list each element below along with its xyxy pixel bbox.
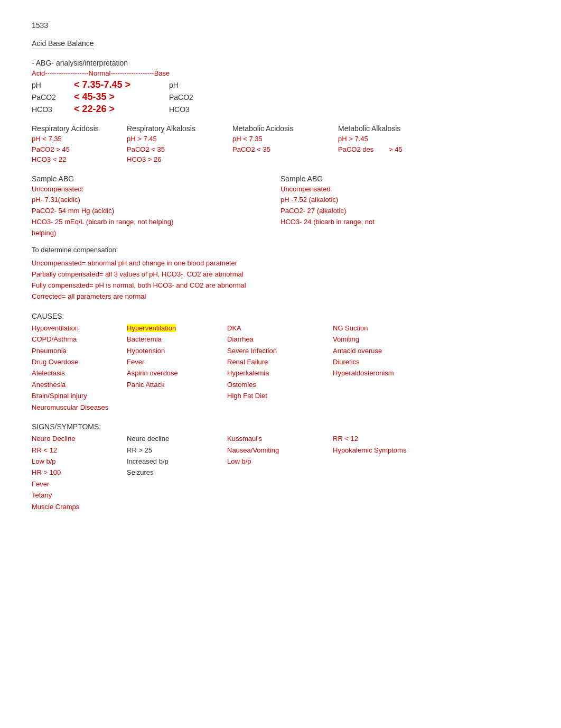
sample-abg-left-subtitle: Uncompensated:: [32, 184, 270, 195]
signs-col-4: RR < 12 Hypokalemic Symptoms: [333, 433, 449, 512]
cause-brain-spinal: Brain/Spinal injury: [32, 390, 127, 401]
causes-title: CAUSES:: [32, 312, 529, 320]
compensation-line3: Fully compensated= pH is normal, both HC…: [32, 280, 529, 291]
resp-acid-line2: PaCO2 > 45: [32, 144, 121, 155]
cause-hyperventilation: Hyperventilation: [127, 322, 227, 334]
compensation-line4: Corrected= all parameters are normal: [32, 291, 529, 302]
cause-drug-overdose: Drug Overdose: [32, 356, 127, 367]
met-alk-line1: pH > 7.45: [338, 134, 449, 144]
cause-hypoventilation: Hypoventilation: [32, 322, 127, 334]
hco3-normal: < 22-26 >: [74, 104, 169, 115]
sign-rr12-1: RR < 12: [32, 445, 127, 456]
metabolic-acidosis-col: Metabolic Acidosis pH < 7.35 PaCO2 < 35: [232, 124, 338, 165]
sample-abg-left-ph: pH- 7.31(acidic): [32, 195, 270, 206]
cause-ostomies: Ostomies: [227, 379, 333, 390]
ph-base: pH: [169, 81, 179, 89]
paco2-label: PaCO2: [32, 93, 74, 102]
ph-row: pH < 7.35-7.45 > pH: [32, 79, 529, 90]
cause-renal-failure: Renal Failure: [227, 356, 333, 367]
resp-alk-title: Respiratory Alkalosis: [127, 124, 227, 133]
sign-neuro-decline-2: Neuro decline: [127, 433, 227, 444]
met-alk-title: Metabolic Alkalosis: [338, 124, 449, 133]
cause-antacid: Antacid overuse: [333, 345, 449, 356]
ph-normal: < 7.35-7.45 >: [74, 79, 169, 90]
resp-acid-line3: HCO3 < 22: [32, 154, 121, 165]
paco2-row: PaCO2 < 45-35 > PaCO2: [32, 91, 529, 103]
sign-muscle-cramps: Muscle Cramps: [32, 501, 127, 512]
sample-abg-left-title: Sample ABG: [32, 174, 270, 183]
cause-high-fat-diet: High Fat Diet: [227, 390, 333, 401]
signs-grid: Neuro Decline RR < 12 Low b/p HR > 100 F…: [32, 433, 529, 512]
sign-hypokalemic: Hypokalemic Symptoms: [333, 445, 449, 456]
sample-abg-right: Sample ABG Uncompensated pH -7.52 (alkal…: [280, 174, 529, 239]
cause-ng-suction: NG Suction: [333, 322, 449, 334]
metabolic-alkalosis-col: Metabolic Alkalosis pH > 7.45 PaCO2 des …: [338, 124, 454, 165]
ph-label: pH: [32, 81, 74, 89]
cause-bacteremia: Bacteremia: [127, 334, 227, 345]
sign-rr25: RR > 25: [127, 445, 227, 456]
acid-base-types: Respiratory Acidosis pH < 7.35 PaCO2 > 4…: [32, 124, 529, 165]
page-number: 1533: [32, 21, 529, 30]
causes-section: CAUSES: Hypoventilation COPD/Asthma Pneu…: [32, 312, 529, 413]
causes-col-4: NG Suction Vomiting Antacid overuse Diur…: [333, 322, 449, 413]
sign-seizures: Seizures: [127, 467, 227, 478]
paco2-normal: < 45-35 >: [74, 91, 169, 103]
cause-copd: COPD/Asthma: [32, 334, 127, 345]
cause-hyperkalemia: Hyperkalemia: [227, 367, 333, 379]
cause-hyperaldosteronism: Hyperaldosteronism: [333, 367, 449, 379]
sign-rr12-4: RR < 12: [333, 433, 449, 444]
cause-neuromuscular: Neuromuscular Diseases: [32, 402, 127, 413]
compensation-header: To determine compensation:: [32, 246, 529, 254]
sample-abg-right-paco2: PaCO2- 27 (alkalotic): [280, 206, 519, 217]
met-alk-line2: PaCO2 des > 45: [338, 144, 449, 155]
resp-acid-line1: pH < 7.35: [32, 134, 121, 144]
sign-tetany: Tetany: [32, 490, 127, 501]
resp-alk-line1: pH > 7.45: [127, 134, 227, 144]
page-title: Acid Base Balance: [32, 39, 94, 49]
signs-col-3: Kussmaul's Nausea/Vomiting Low b/p: [227, 433, 333, 512]
cause-aspirin: Aspirin overdose: [127, 367, 227, 379]
cause-severe-infection: Severe Infection: [227, 345, 333, 356]
abg-header: - ABG- analysis/interpretation: [32, 59, 529, 67]
sample-abg-left-paco2: PaCO2- 54 mm Hg (acidic): [32, 206, 270, 217]
cause-anesthesia: Anesthesia: [32, 379, 127, 390]
sample-abg-right-hco3: HCO3- 24 (bicarb in range, not: [280, 217, 519, 228]
sample-abg-left: Sample ABG Uncompensated: pH- 7.31(acidi…: [32, 174, 280, 239]
signs-section: SIGNS/SYMPTOMS: Neuro Decline RR < 12 Lo…: [32, 422, 529, 512]
cause-vomiting: Vomiting: [333, 334, 449, 345]
cause-fever: Fever: [127, 356, 227, 367]
met-acid-line2: PaCO2 < 35: [232, 144, 333, 155]
cause-diuretics: Diuretics: [333, 356, 449, 367]
hco3-label: HCO3: [32, 105, 74, 114]
sample-abg-section: Sample ABG Uncompensated: pH- 7.31(acidi…: [32, 174, 529, 239]
met-acid-line1: pH < 7.35: [232, 134, 333, 144]
sign-kussmaul: Kussmaul's: [227, 433, 333, 444]
hco3-row: HCO3 < 22-26 > HCO3: [32, 104, 529, 115]
sign-hr100: HR > 100: [32, 467, 127, 478]
sign-neuro-decline-1: Neuro Decline: [32, 433, 127, 444]
sign-fever: Fever: [32, 478, 127, 490]
sample-abg-right-ph: pH -7.52 (alkalotic): [280, 195, 519, 206]
sample-abg-right-subtitle: Uncompensated: [280, 184, 519, 195]
sign-low-bp-3: Low b/p: [227, 456, 333, 467]
abg-section: - ABG- analysis/interpretation Acid-----…: [32, 59, 529, 115]
compensation-section: To determine compensation: Uncompensated…: [32, 246, 529, 302]
cause-hypotension: Hypotension: [127, 345, 227, 356]
respiratory-acidosis-col: Respiratory Acidosis pH < 7.35 PaCO2 > 4…: [32, 124, 127, 165]
cause-panic: Panic Attack: [127, 379, 227, 390]
abg-header-row: Acid-------------------Normal-----------…: [32, 69, 529, 77]
cause-dka: DKA: [227, 322, 333, 334]
respiratory-alkalosis-col: Respiratory Alkalosis pH > 7.45 PaCO2 < …: [127, 124, 232, 165]
sample-abg-left-hco3: HCO3- 25 mEq/L (bicarb in range, not hel…: [32, 217, 270, 228]
signs-col-2: Neuro decline RR > 25 Increased b/p Seiz…: [127, 433, 227, 512]
signs-col-1: Neuro Decline RR < 12 Low b/p HR > 100 F…: [32, 433, 127, 512]
compensation-line1: Uncompensated= abnormal pH and change in…: [32, 258, 529, 269]
signs-title: SIGNS/SYMPTOMS:: [32, 422, 529, 431]
resp-acid-title: Respiratory Acidosis: [32, 124, 121, 133]
causes-col-2: Hyperventilation Bacteremia Hypotension …: [127, 322, 227, 413]
sample-abg-left-helping: helping): [32, 228, 270, 239]
resp-alk-line3: HCO3 > 26: [127, 154, 227, 165]
cause-pneumonia: Pneumonia: [32, 345, 127, 356]
cause-atelectasis: Atelectasis: [32, 367, 127, 379]
sign-low-bp-1: Low b/p: [32, 456, 127, 467]
